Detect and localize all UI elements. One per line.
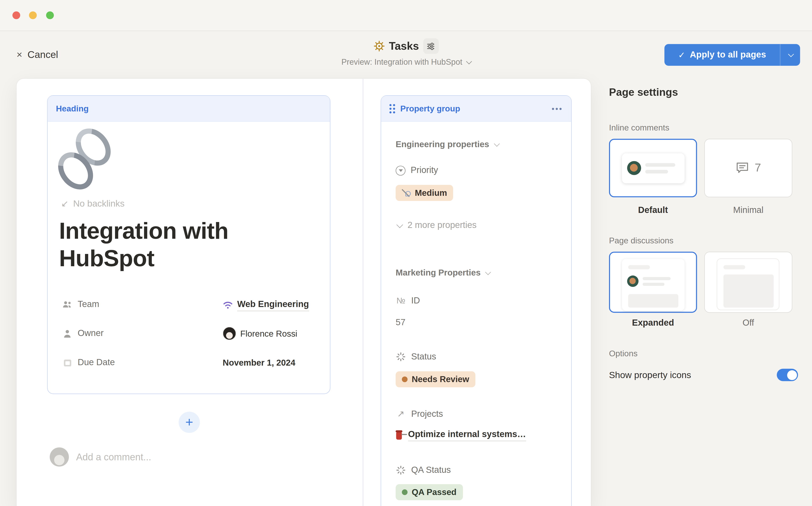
- preview-selector[interactable]: Preview: Integration with HubSpot: [342, 58, 471, 67]
- backlinks-text: No backlinks: [73, 198, 124, 209]
- due-date-value[interactable]: November 1, 2024: [223, 356, 295, 369]
- page-settings-title: Page settings: [609, 86, 678, 98]
- qa-status-label: QA Status: [411, 465, 451, 475]
- calendar-icon: [61, 358, 74, 367]
- option-caption-expanded: Expanded: [609, 318, 697, 328]
- team-icon: [61, 300, 74, 309]
- chevron-down-icon: [788, 51, 794, 57]
- window-zoom-button[interactable]: [46, 11, 54, 19]
- avatar: [627, 275, 639, 287]
- projects-label: Projects: [411, 409, 443, 419]
- mini-page-preview: [717, 258, 779, 310]
- apply-label: Apply to all pages: [690, 50, 766, 60]
- property-row-due-date: Due Date: [61, 356, 115, 369]
- section-marketing[interactable]: Marketing Properties: [396, 268, 489, 278]
- page-preview-surface: Heading ↙ No backlinks Integration with …: [16, 79, 591, 506]
- option-caption-default: Default: [609, 205, 697, 216]
- due-date-text: November 1, 2024: [223, 357, 295, 367]
- more-menu-icon[interactable]: •••: [552, 104, 563, 113]
- numero-icon: №: [396, 296, 406, 306]
- status-label: Status: [411, 352, 436, 362]
- section-engineering[interactable]: Engineering properties: [396, 139, 498, 149]
- owner-name: Florence Rossi: [240, 329, 297, 339]
- page-title: Integration with HubSpot: [59, 217, 292, 272]
- owner-value[interactable]: Florence Rossi: [223, 327, 297, 340]
- column-divider: [362, 79, 363, 506]
- drag-handle-icon[interactable]: [389, 104, 395, 113]
- heading-card-label: Heading: [56, 104, 89, 113]
- more-properties-text: 2 more properties: [408, 220, 476, 231]
- window-close-button[interactable]: [12, 11, 20, 19]
- window-minimize-button[interactable]: [29, 11, 37, 19]
- qa-status-row: QA Status: [396, 465, 451, 475]
- mini-comment-preview: [622, 153, 685, 183]
- comment-avatar: [50, 447, 69, 467]
- priority-label: Priority: [411, 165, 438, 175]
- status-value: Needs Review: [412, 374, 469, 385]
- avatar: [627, 161, 641, 175]
- select-icon: [396, 165, 405, 175]
- backlinks-row[interactable]: ↙ No backlinks: [61, 198, 124, 209]
- team-link[interactable]: Web Engineering: [237, 298, 309, 311]
- chevron-down-icon: [494, 141, 500, 147]
- chevron-down-icon: [396, 221, 403, 228]
- backlink-arrow-icon: ↙: [61, 198, 69, 209]
- apply-to-all-pages-button[interactable]: ✓ Apply to all pages: [664, 44, 780, 66]
- page-discussions-label: Page discussions: [609, 236, 673, 246]
- apply-dropdown-button[interactable]: [781, 44, 800, 66]
- property-label: Due Date: [78, 357, 115, 368]
- property-label: Owner: [78, 328, 104, 339]
- add-block-button[interactable]: +: [179, 412, 200, 433]
- id-value[interactable]: 57: [396, 317, 405, 328]
- comment-placeholder: Add a comment...: [76, 451, 151, 462]
- project-link-row[interactable]: Optimize internal systems…: [396, 428, 526, 441]
- chevron-down-icon: [485, 269, 491, 275]
- customize-layout-button[interactable]: [423, 38, 439, 54]
- comment-input-row[interactable]: Add a comment...: [50, 447, 151, 467]
- option-caption-off: Off: [704, 318, 792, 328]
- priority-row: Priority: [396, 165, 438, 175]
- close-icon: ×: [16, 49, 22, 61]
- id-label: ID: [411, 296, 420, 306]
- qa-status-dot: [402, 489, 408, 495]
- show-property-icons-label: Show property icons: [609, 370, 691, 381]
- option-caption-minimal: Minimal: [704, 205, 792, 216]
- property-row-team: Team: [61, 298, 99, 311]
- page-discussions-option-expanded[interactable]: [609, 252, 697, 313]
- fire-extinguisher-icon: [396, 430, 403, 440]
- spinner-icon: [396, 466, 406, 475]
- id-row: № ID: [396, 296, 420, 306]
- project-link[interactable]: Optimize internal systems…: [408, 428, 526, 441]
- status-value-pill[interactable]: Needs Review: [396, 371, 475, 388]
- cancel-button[interactable]: × Cancel: [16, 49, 58, 61]
- options-label: Options: [609, 349, 638, 358]
- property-label: Team: [78, 300, 99, 310]
- preview-label: Preview: Integration with HubSpot: [342, 58, 462, 67]
- comment-count: 7: [755, 161, 761, 175]
- priority-value-pill[interactable]: Medium: [396, 185, 453, 201]
- qa-status-value-pill[interactable]: QA Passed: [396, 484, 463, 500]
- window-titlebar: [0, 0, 812, 31]
- spinner-icon: [396, 352, 406, 361]
- inline-comments-option-minimal[interactable]: 7: [704, 139, 792, 197]
- page-discussions-option-off[interactable]: [704, 252, 792, 313]
- more-properties-toggle[interactable]: 2 more properties: [397, 220, 477, 231]
- cancel-label: Cancel: [27, 49, 58, 61]
- property-group-card[interactable]: Property group ••• Engineering propertie…: [381, 95, 572, 506]
- property-group-body: Engineering properties Priority Medium 2…: [381, 122, 571, 506]
- property-group-label: Property group: [400, 104, 460, 113]
- inline-comments-option-default[interactable]: [609, 139, 697, 197]
- owner-avatar: [223, 327, 236, 340]
- team-value[interactable]: Web Engineering: [223, 298, 309, 311]
- document-header: Tasks Preview: Integration with HubSpot: [342, 38, 471, 67]
- heading-card-header: Heading: [48, 96, 330, 121]
- qa-status-value: QA Passed: [412, 487, 457, 497]
- check-icon: ✓: [678, 50, 685, 60]
- status-dot: [402, 376, 408, 382]
- status-row: Status: [396, 352, 436, 362]
- chain-link-icon: [57, 127, 124, 194]
- app-window: × Cancel Tasks: [0, 0, 812, 506]
- heading-block-card[interactable]: Heading ↙ No backlinks Integration with …: [47, 95, 331, 394]
- section-title: Marketing Properties: [396, 268, 481, 278]
- show-property-icons-toggle[interactable]: [777, 369, 798, 381]
